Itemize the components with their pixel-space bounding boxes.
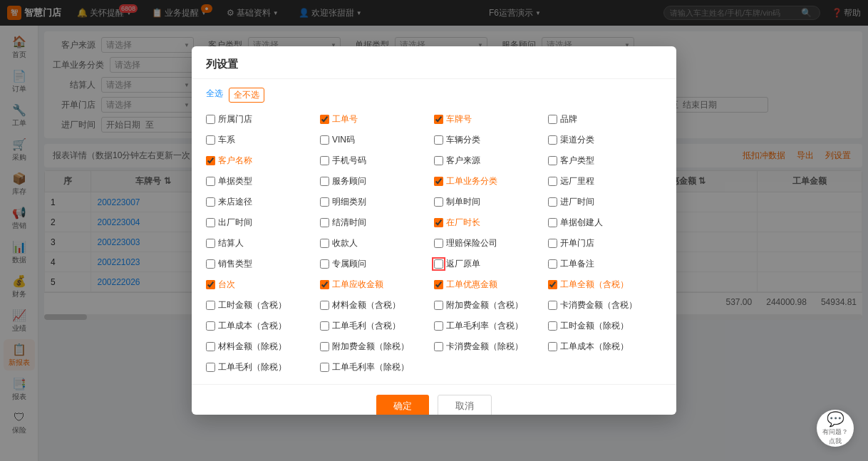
checkbox-item[interactable]: 来店途径 xyxy=(206,194,320,210)
checkbox-input[interactable] xyxy=(548,197,557,207)
checkbox-input[interactable] xyxy=(320,301,329,310)
checkbox-input[interactable] xyxy=(206,301,215,310)
checkbox-input[interactable] xyxy=(434,177,443,186)
checkbox-item[interactable]: 工单毛利率（含税） xyxy=(434,318,548,334)
checkbox-input[interactable] xyxy=(320,115,329,124)
confirm-button[interactable]: 确定 xyxy=(376,395,429,415)
checkbox-item[interactable]: 车辆分类 xyxy=(434,132,548,148)
checkbox-item[interactable]: 结清时间 xyxy=(320,214,434,231)
checkbox-input[interactable] xyxy=(434,115,443,124)
checkbox-input[interactable] xyxy=(320,197,329,207)
checkbox-input[interactable] xyxy=(434,259,443,269)
checkbox-input[interactable] xyxy=(548,177,557,186)
checkbox-item[interactable]: 制单时间 xyxy=(434,194,548,210)
checkbox-input[interactable] xyxy=(206,280,215,289)
checkbox-input[interactable] xyxy=(434,342,443,351)
checkbox-input[interactable] xyxy=(206,218,215,227)
checkbox-input[interactable] xyxy=(206,363,215,372)
select-all-button[interactable]: 全选 xyxy=(206,88,223,103)
checkbox-input[interactable] xyxy=(320,259,329,269)
checkbox-input[interactable] xyxy=(434,301,443,310)
checkbox-input[interactable] xyxy=(320,321,329,331)
checkbox-input[interactable] xyxy=(206,239,215,248)
checkbox-input[interactable] xyxy=(434,156,443,165)
checkbox-item[interactable]: 客户类型 xyxy=(548,152,662,169)
checkbox-item[interactable]: 工单全额（含税） xyxy=(548,276,662,293)
checkbox-item[interactable]: 理赔保险公司 xyxy=(434,235,548,252)
checkbox-input[interactable] xyxy=(206,259,215,269)
checkbox-input[interactable] xyxy=(320,239,329,248)
checkbox-input[interactable] xyxy=(548,301,557,310)
checkbox-item[interactable]: 渠道分类 xyxy=(548,132,662,148)
checkbox-input[interactable] xyxy=(434,239,443,248)
checkbox-input[interactable] xyxy=(548,239,557,248)
checkbox-input[interactable] xyxy=(548,115,557,124)
checkbox-input[interactable] xyxy=(320,363,329,372)
checkbox-input[interactable] xyxy=(434,280,443,289)
checkbox-item[interactable]: 工单毛利率（除税） xyxy=(320,359,434,375)
checkbox-input[interactable] xyxy=(206,342,215,351)
checkbox-input[interactable] xyxy=(548,259,557,269)
checkbox-input[interactable] xyxy=(320,218,329,227)
checkbox-input[interactable] xyxy=(548,280,557,289)
checkbox-item[interactable]: 工单备注 xyxy=(548,256,662,272)
checkbox-item[interactable]: 收款人 xyxy=(320,235,434,252)
checkbox-item[interactable]: 车系 xyxy=(206,132,320,148)
checkbox-item[interactable]: 工单业务分类 xyxy=(434,173,548,190)
checkbox-item[interactable]: 附加费金额（除税） xyxy=(320,338,434,355)
checkbox-input[interactable] xyxy=(434,218,443,227)
checkbox-input[interactable] xyxy=(206,177,215,186)
checkbox-input[interactable] xyxy=(548,218,557,227)
checkbox-input[interactable] xyxy=(320,156,329,165)
checkbox-input[interactable] xyxy=(320,280,329,289)
checkbox-item[interactable]: 品牌 xyxy=(548,111,662,128)
checkbox-item[interactable]: 工单应收金额 xyxy=(320,276,434,293)
checkbox-item[interactable]: 材料金额（含税） xyxy=(320,297,434,314)
checkbox-item[interactable]: 卡消费金额（除税） xyxy=(434,338,548,355)
checkbox-item[interactable]: 单据创建人 xyxy=(548,214,662,231)
checkbox-item[interactable]: 工单优惠金额 xyxy=(434,276,548,293)
checkbox-input[interactable] xyxy=(434,197,443,207)
checkbox-item[interactable]: 工单成本（含税） xyxy=(206,318,320,334)
checkbox-item[interactable]: 工单号 xyxy=(320,111,434,128)
checkbox-item[interactable]: 在厂时长 xyxy=(434,214,548,231)
cancel-button[interactable]: 取消 xyxy=(438,395,492,415)
checkbox-input[interactable] xyxy=(320,135,329,145)
checkbox-item[interactable]: 所属门店 xyxy=(206,111,320,128)
checkbox-input[interactable] xyxy=(320,177,329,186)
checkbox-item[interactable]: 单据类型 xyxy=(206,173,320,190)
checkbox-item[interactable]: VIN码 xyxy=(320,132,434,148)
checkbox-item[interactable]: 车牌号 xyxy=(434,111,548,128)
checkbox-item[interactable]: 客户名称 xyxy=(206,152,320,169)
checkbox-input[interactable] xyxy=(206,156,215,165)
checkbox-item[interactable]: 销售类型 xyxy=(206,256,320,272)
checkbox-input[interactable] xyxy=(320,342,329,351)
chat-widget[interactable]: 💬 有问题？ 点我 xyxy=(817,410,854,447)
checkbox-item[interactable]: 客户来源 xyxy=(434,152,548,169)
checkbox-item[interactable]: 手机号码 xyxy=(320,152,434,169)
checkbox-item[interactable]: 开单门店 xyxy=(548,235,662,252)
checkbox-item[interactable]: 远厂里程 xyxy=(548,173,662,190)
checkbox-input[interactable] xyxy=(206,135,215,145)
checkbox-input[interactable] xyxy=(434,321,443,331)
checkbox-item[interactable]: 工时金额（除税） xyxy=(548,318,662,334)
checkbox-input[interactable] xyxy=(548,135,557,145)
checkbox-item[interactable]: 进厂时间 xyxy=(548,194,662,210)
checkbox-item[interactable]: 材料金额（除税） xyxy=(206,338,320,355)
checkbox-item[interactable]: 专属顾问 xyxy=(320,256,434,272)
checkbox-item[interactable]: 工单成本（除税） xyxy=(548,338,662,355)
checkbox-input[interactable] xyxy=(206,115,215,124)
checkbox-item[interactable]: 出厂时间 xyxy=(206,214,320,231)
checkbox-input[interactable] xyxy=(206,197,215,207)
checkbox-item[interactable]: 结算人 xyxy=(206,235,320,252)
checkbox-item[interactable]: 返厂原单 xyxy=(434,256,548,272)
checkbox-input[interactable] xyxy=(206,321,215,331)
checkbox-input[interactable] xyxy=(548,342,557,351)
checkbox-input[interactable] xyxy=(548,156,557,165)
deselect-all-button[interactable]: 全不选 xyxy=(229,88,264,103)
checkbox-item[interactable]: 工单毛利（除税） xyxy=(206,359,320,375)
checkbox-item[interactable]: 台次 xyxy=(206,276,320,293)
checkbox-item[interactable]: 附加费金额（含税） xyxy=(434,297,548,314)
checkbox-item[interactable]: 工时金额（含税） xyxy=(206,297,320,314)
checkbox-input[interactable] xyxy=(434,135,443,145)
